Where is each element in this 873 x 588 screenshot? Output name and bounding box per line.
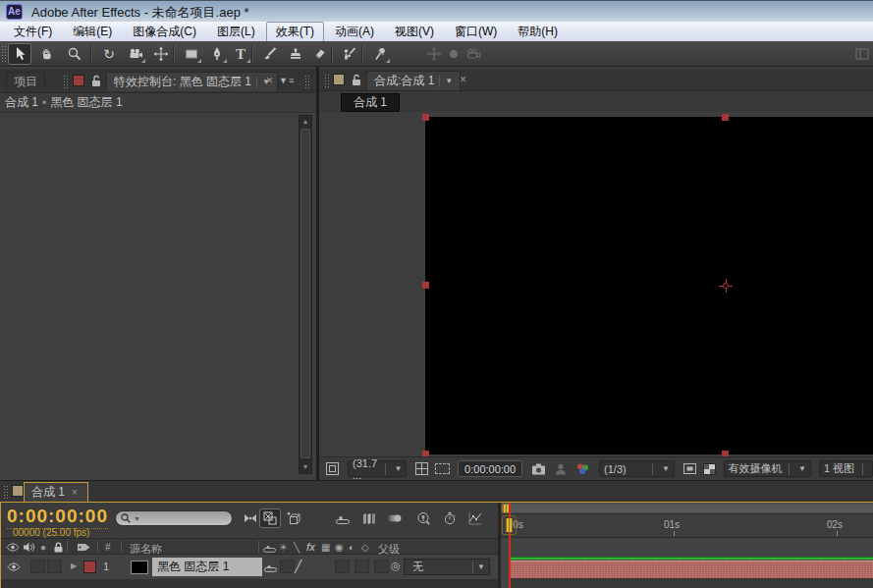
type-tool-button[interactable]: T	[229, 43, 252, 65]
rect-mask-tool-button[interactable]	[180, 43, 203, 65]
layer-name[interactable]: 黑色 固态层 1	[152, 558, 262, 576]
parent-dropdown[interactable]: 无 ▼	[404, 559, 490, 575]
roto-brush-tool-button[interactable]	[338, 43, 361, 65]
pen-tool-button[interactable]	[205, 43, 229, 65]
viewer-color-chip[interactable]	[333, 74, 345, 85]
menu-window[interactable]: 窗口(W)	[445, 22, 507, 42]
menu-effect[interactable]: 效果(T)	[266, 22, 324, 42]
transparency-grid-icon[interactable]	[703, 463, 716, 475]
tab-timeline-comp[interactable]: 合成 1 ×	[24, 482, 88, 502]
graph-editor-icon[interactable]	[464, 508, 486, 528]
panel-gripper[interactable]	[324, 74, 329, 87]
composition-canvas[interactable]	[425, 117, 873, 454]
menu-file[interactable]: 文件(F)	[4, 22, 62, 42]
frame-blending-icon[interactable]	[358, 508, 380, 528]
brainstorm-bubble-icon[interactable]	[413, 508, 435, 528]
show-channels-icon[interactable]	[574, 461, 591, 476]
track-area[interactable]	[501, 538, 873, 588]
menu-help[interactable]: 帮助(H)	[508, 22, 568, 42]
snapshot-icon[interactable]	[531, 462, 547, 476]
layer-row[interactable]: ▶ 1 黑色 固态层 1 ╱ ◎ 无 ▼	[1, 555, 498, 579]
camera-tool-button[interactable]	[124, 43, 147, 65]
chevron-down-icon[interactable]: ▼	[134, 515, 140, 522]
camera-view-dropdown[interactable]: 有效摄像机 ▼	[724, 460, 811, 477]
shy-column-icon[interactable]	[263, 543, 276, 553]
scroll-up-icon[interactable]: ▲	[300, 116, 311, 128]
zoom-tool-button[interactable]	[63, 43, 86, 65]
view-layout-dropdown[interactable]: 1 视图	[819, 460, 873, 477]
menu-view[interactable]: 视图(V)	[385, 22, 444, 42]
three-d-column-icon[interactable]: ◇	[361, 542, 369, 553]
mini-flowchart-icon[interactable]	[240, 508, 261, 528]
panel-gripper[interactable]	[3, 485, 8, 499]
hand-tool-button[interactable]	[35, 43, 59, 65]
quality-switch[interactable]: ╱	[295, 560, 301, 573]
motion-blur-column-icon[interactable]: ◉	[335, 542, 344, 553]
solid-color-swatch[interactable]	[131, 561, 148, 574]
panel-menu-icon[interactable]: ▼≡	[279, 76, 295, 85]
clone-stamp-tool-button[interactable]	[284, 43, 307, 65]
draft-3d-icon[interactable]	[259, 508, 281, 528]
collapse-switch-cell[interactable]	[280, 560, 295, 573]
solo-toggle-cell[interactable]	[47, 560, 62, 573]
subtab-comp-1[interactable]: 合成 1	[341, 93, 400, 112]
adjustment-column-icon[interactable]: ◐	[349, 542, 355, 553]
anchor-point[interactable]	[719, 279, 733, 293]
panel-gripper[interactable]	[63, 75, 68, 88]
tab-project[interactable]: 项目	[6, 72, 45, 91]
lock-icon[interactable]	[52, 541, 65, 554]
shy-switch[interactable]	[264, 562, 277, 572]
current-time-indicator-handle[interactable]	[502, 515, 517, 535]
unlock-icon[interactable]	[89, 74, 103, 88]
fx-column-icon[interactable]: fx	[306, 542, 315, 553]
breadcrumb-comp[interactable]: 合成 1	[5, 94, 38, 111]
current-time-display[interactable]: 0:00:00:00	[7, 506, 108, 529]
motion-blur-cell[interactable]	[355, 560, 369, 573]
close-icon[interactable]: ×	[457, 73, 469, 86]
menu-layer[interactable]: 图层(L)	[207, 22, 265, 42]
menu-composition[interactable]: 图像合成(C)	[123, 22, 206, 42]
grid-guides-icon[interactable]	[414, 461, 429, 476]
layer-duration-bar[interactable]	[510, 561, 873, 578]
close-icon[interactable]: ×	[263, 74, 276, 87]
composition-viewport[interactable]	[319, 112, 873, 456]
time-ruler[interactable]: :00s 01s 02s	[501, 514, 873, 538]
unlock-icon[interactable]	[350, 73, 363, 87]
selection-tool-button[interactable]	[8, 43, 31, 65]
viewer-color-chip[interactable]	[12, 485, 24, 497]
adjustment-cell[interactable]	[374, 560, 389, 573]
breadcrumb-layer[interactable]: 黑色 固态层 1	[50, 94, 122, 111]
index-column-header[interactable]: #	[105, 542, 111, 553]
selection-handle[interactable]	[422, 114, 429, 121]
magnification-dropdown[interactable]: (31.7 ... ▼	[348, 460, 407, 477]
parent-pickwhip-icon[interactable]: ◎	[391, 560, 401, 572]
eye-icon[interactable]	[6, 541, 20, 554]
scroll-down-icon[interactable]: ▼	[300, 461, 311, 473]
show-snapshot-icon[interactable]	[554, 462, 568, 476]
audio-toggle-cell[interactable]	[30, 560, 45, 573]
auto-keyframe-icon[interactable]	[439, 508, 461, 528]
viewer-time-display[interactable]: 0:00:00:00	[458, 460, 522, 477]
label-color-swatch[interactable]	[83, 561, 96, 573]
expand-triangle-icon[interactable]: ▶	[71, 561, 77, 570]
pan-behind-tool-button[interactable]	[149, 43, 173, 65]
viewer-color-chip[interactable]	[73, 75, 84, 86]
collapse-column-icon[interactable]: ☀	[279, 542, 288, 553]
brush-tool-button[interactable]	[258, 43, 282, 65]
scrollbar-thumb[interactable]	[300, 129, 310, 458]
quality-column-icon[interactable]: ╲	[294, 542, 300, 553]
eraser-tool-button[interactable]	[307, 43, 331, 65]
audio-icon[interactable]	[23, 541, 35, 554]
close-icon[interactable]: ×	[69, 487, 81, 498]
toolbar-gripper[interactable]	[1, 45, 7, 63]
selection-handle[interactable]	[422, 282, 429, 289]
tab-effect-controls[interactable]: 特效控制台: 黑色 固态层 1 ▼	[106, 72, 278, 91]
eye-icon[interactable]	[7, 561, 21, 573]
selection-handle[interactable]	[722, 114, 729, 121]
solo-icon[interactable]: ●	[40, 542, 46, 553]
viewer-menu-icon[interactable]: ▼	[445, 77, 453, 85]
workspace-icon[interactable]	[850, 43, 873, 65]
scrollbar[interactable]: ▲ ▼	[299, 115, 312, 474]
menu-edit[interactable]: 编辑(E)	[63, 22, 122, 42]
resolution-dropdown[interactable]: (1/3) ▼	[599, 460, 675, 477]
